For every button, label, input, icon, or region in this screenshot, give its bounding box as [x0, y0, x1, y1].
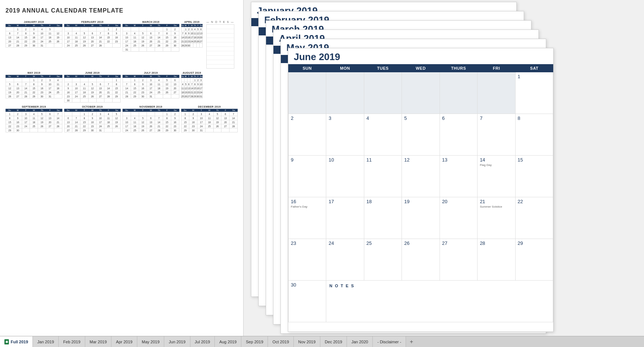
june-day-2: 2	[289, 114, 326, 156]
tab-jul-2019[interactable]: Jul 2019	[190, 336, 215, 347]
tab-mar-2019[interactable]: Mar 2019	[85, 336, 111, 347]
june-day-18: 18	[364, 197, 402, 239]
tab-disclaimer[interactable]: - Disclaimer -	[373, 336, 406, 347]
tab-nov-2019[interactable]: Nov 2019	[294, 336, 320, 347]
mini-calendar-mar: MARCH 2019 SuMTWThFSa 12 3456789 1011121…	[123, 21, 179, 69]
june-day-24: 24	[326, 239, 364, 281]
june-day-15: 15	[516, 156, 553, 197]
mini-calendar-oct: OCTOBER 2019 SuMTWThFSa 12345 6789101112…	[64, 105, 121, 132]
june-day-13: 13	[440, 156, 478, 197]
june-cal-body: 1 2 3 4 5 6 7 8 9 10 11 12 13 14Flag Day…	[288, 72, 553, 322]
tab-full-2019[interactable]: ▦ Full 2019	[0, 336, 33, 347]
june-day-28: 28	[478, 239, 515, 281]
mini-calendar-feb: FEBRUARY 2019 SuMTWThFSa 12 3456789 1011…	[64, 21, 121, 69]
mini-calendar-apr: APRIL 2019 SuMTWThFSa 123456 78910111213…	[181, 21, 203, 69]
mini-calendar-sep: SEPTEMBER 2019 SuMTWThFSa 1234567 891011…	[6, 105, 62, 132]
june-day-26: 26	[402, 239, 440, 281]
mini-calendar-jan: JANUARY 2019 SuMTWThFSa 12345 6789101112…	[6, 21, 62, 69]
june-day-16: 16Father's Day	[289, 197, 326, 239]
june-day-4: 4	[364, 114, 402, 156]
june-day-12: 12	[402, 156, 440, 197]
sheet-icon-full: ▦	[4, 339, 9, 344]
tab-feb-2019[interactable]: Feb 2019	[59, 336, 85, 347]
mini-calendars-grid: JANUARY 2019 SuMTWThFSa 12345 6789101112…	[6, 21, 238, 132]
page-title: 2019 ANNUAL CALENDAR TEMPLATE	[6, 7, 238, 14]
june-day-6: 6	[440, 114, 478, 156]
june-day-14: 14Flag Day	[478, 156, 515, 197]
aug-notes-group: AUGUST 2019 SuMTWThFSa 123 45678910 1112…	[181, 72, 238, 103]
june-day-1: 1	[516, 72, 553, 114]
mini-calendar-nov: NOVEMBER 2019 SuMTWThFSa 12 3456789 1011…	[123, 105, 179, 132]
june-day-11: 11	[364, 156, 402, 197]
mini-calendar-aug: AUGUST 2019 SuMTWThFSa 123 45678910 1112…	[181, 72, 203, 103]
tab-may-2019[interactable]: May 2019	[137, 336, 164, 347]
left-panel: 2019 ANNUAL CALENDAR TEMPLATE JANUARY 20…	[0, 0, 244, 336]
add-tab-button[interactable]: +	[406, 336, 417, 347]
june-day-21: 21Summer Solstice	[478, 197, 515, 239]
june-day-5: 5	[402, 114, 440, 156]
tab-jan-2020[interactable]: Jan 2020	[347, 336, 373, 347]
mini-calendar-may: MAY 2019 SuMTWThFSa 1234 567891011 12131…	[6, 72, 62, 103]
tab-apr-2019[interactable]: Apr 2019	[111, 336, 137, 347]
right-panel: January 2019 SUNMONTUESWEDTHURSFRISAT Fe…	[244, 0, 644, 336]
tab-aug-2019[interactable]: Aug 2019	[215, 336, 241, 347]
june-day-23: 23	[289, 239, 326, 281]
mini-calendar-jul: JULY 2019 SuMTWThFSa 123456 78910111213 …	[123, 72, 179, 103]
june-day-27: 27	[440, 239, 478, 281]
tab-oct-2019[interactable]: Oct 2019	[268, 336, 294, 347]
june-day-7: 7	[478, 114, 515, 156]
june-day-25: 25	[364, 239, 402, 281]
june-day-17: 17	[326, 197, 364, 239]
june-day-19: 19	[402, 197, 440, 239]
june-day-22: 22	[516, 197, 553, 239]
june-notes-cell: N O T E S	[326, 281, 553, 322]
tab-sep-2019[interactable]: Sep 2019	[241, 336, 268, 347]
notes-section-top: — N O T E S —	[206, 21, 234, 69]
tab-bar: ▦ Full 2019 Jan 2019 Feb 2019 Mar 2019 A…	[0, 336, 644, 347]
mini-calendar-dec: DECEMBER 2019 SuMTWThFSa 1234567 8910111…	[181, 105, 238, 132]
calendar-page-jun: June 2019 SUN MON TUES WED THURS FRI SAT…	[288, 48, 554, 332]
june-day-8: 8	[516, 114, 553, 156]
june-day-10: 10	[326, 156, 364, 197]
tab-dec-2019[interactable]: Dec 2019	[320, 336, 347, 347]
june-day-20: 20	[440, 197, 478, 239]
tab-jan-2019[interactable]: Jan 2019	[33, 336, 59, 347]
june-day-3: 3	[326, 114, 364, 156]
tab-jun-2019[interactable]: Jun 2019	[164, 336, 190, 347]
june-day-30: 30	[289, 281, 326, 322]
june-day-29: 29	[516, 239, 553, 281]
mini-calendar-jun: JUNE 2019 SuMTWThFSa 1 2345678 910111213…	[64, 72, 121, 103]
main-area: 2019 ANNUAL CALENDAR TEMPLATE JANUARY 20…	[0, 0, 644, 336]
june-day-9: 9	[289, 156, 326, 197]
notes-lines-top[interactable]	[206, 24, 234, 69]
april-notes-group: APRIL 2019 SuMTWThFSa 123456 78910111213…	[181, 21, 238, 69]
